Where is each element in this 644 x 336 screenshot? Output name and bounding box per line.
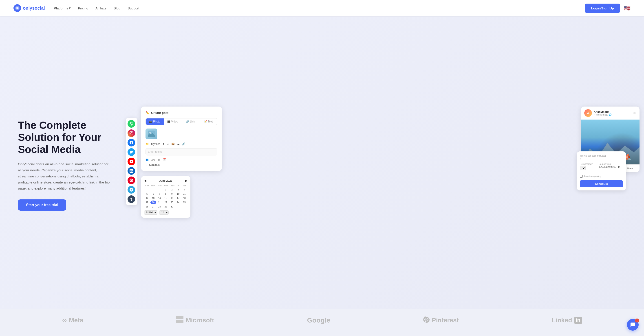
cal-day-25[interactable]: 25 bbox=[182, 201, 187, 204]
interval-label: Interval per post (minutes) bbox=[580, 155, 623, 157]
calendar-header: ◀ June 2022 ▶ bbox=[144, 179, 187, 182]
hour-select[interactable]: 02 PM bbox=[144, 210, 158, 215]
brand-google: Google bbox=[307, 317, 330, 324]
sidebar-pinterest[interactable] bbox=[128, 177, 135, 184]
meta-icon: ∞ bbox=[62, 317, 67, 324]
cal-day-15[interactable]: 15 bbox=[163, 196, 169, 200]
nav-link-pricing[interactable]: Pricing bbox=[78, 6, 88, 10]
cal-day-27[interactable]: 27 bbox=[150, 205, 156, 209]
cal-day-30[interactable]: 30 bbox=[169, 205, 175, 209]
upload-icon[interactable]: ⬆ bbox=[162, 142, 165, 146]
sidebar-youtube[interactable] bbox=[128, 158, 135, 165]
interval-value: 5 bbox=[580, 157, 623, 161]
sidebar-telegram[interactable] bbox=[128, 186, 135, 194]
brand-pinterest: Pinterest bbox=[423, 317, 459, 324]
next-month-icon[interactable]: ▶ bbox=[185, 179, 187, 182]
brand-meta: ∞ Meta bbox=[62, 317, 83, 324]
day-sun: Sun bbox=[144, 184, 150, 187]
cal-day-24[interactable]: 24 bbox=[175, 201, 181, 204]
hero-mockup: ✏️ Create post 📷 Photo 🎬 Video 🔗 Link 📝 … bbox=[126, 106, 626, 223]
cal-day-9[interactable]: 9 bbox=[169, 192, 175, 196]
gdrive-icon[interactable]: ☁ bbox=[177, 142, 180, 146]
cal-day-4[interactable]: 4 bbox=[182, 188, 187, 192]
cal-day-11[interactable]: 11 bbox=[182, 192, 187, 196]
sidebar-facebook[interactable] bbox=[128, 139, 135, 146]
cal-day-12[interactable]: 12 bbox=[144, 196, 150, 200]
cal-day-8[interactable]: 8 bbox=[163, 192, 169, 196]
sidebar-linkedin[interactable] bbox=[128, 167, 135, 175]
edit-icon: ✏️ bbox=[146, 111, 149, 115]
calendar-icon-small: 📅 bbox=[163, 158, 166, 161]
language-flag[interactable]: 🇺🇸 bbox=[624, 5, 630, 11]
tab-video[interactable]: 🎬 Video bbox=[164, 118, 182, 125]
chat-badge: 1 bbox=[635, 319, 639, 323]
cal-day-21[interactable]: 21 bbox=[156, 201, 162, 204]
stats-row: 👥 279 ▦ 📅 bbox=[146, 158, 217, 161]
more-options-icon[interactable]: ••• bbox=[632, 111, 636, 115]
svg-rect-8 bbox=[180, 320, 184, 323]
cal-day-17[interactable]: 17 bbox=[175, 196, 181, 200]
trial-button[interactable]: Start your free trial bbox=[18, 199, 66, 211]
link-icon2[interactable]: 🔗 bbox=[182, 142, 185, 146]
brand-microsoft-label: Microsoft bbox=[186, 317, 214, 324]
sidebar-twitter[interactable] bbox=[128, 148, 135, 156]
cal-day-16[interactable]: 16 bbox=[169, 196, 175, 200]
cal-day-13[interactable]: 13 bbox=[150, 196, 156, 200]
cal-day-18[interactable]: 18 bbox=[182, 196, 187, 200]
cloud-icon[interactable]: △ bbox=[167, 142, 169, 146]
repost-day-select[interactable] bbox=[580, 166, 586, 170]
dropbox-icon[interactable]: 📦 bbox=[171, 142, 175, 146]
calendar-card: ◀ June 2022 ▶ Sun Mon Tues Wed Thurs Fri… bbox=[141, 176, 190, 218]
tab-photo[interactable]: 📷 Photo bbox=[146, 118, 164, 125]
cal-day-20-today[interactable]: 20 bbox=[150, 201, 156, 204]
nav-link-blog[interactable]: Blog bbox=[114, 6, 120, 10]
calendar-grid: Sun Mon Tues Wed Thurs Fri Sat 1 2 3 4 5… bbox=[144, 184, 187, 209]
cal-day-3[interactable]: 3 bbox=[175, 188, 181, 192]
repost-until-value: 30/09/2022 02:12 PM bbox=[599, 166, 623, 168]
link-icon: 🔗 bbox=[186, 120, 189, 123]
cal-day-23[interactable]: 23 bbox=[169, 201, 175, 204]
cal-day-22[interactable]: 22 bbox=[163, 201, 169, 204]
text-input[interactable]: Enter a text bbox=[146, 148, 217, 155]
user-avatar: A bbox=[584, 109, 592, 117]
nav-link-platforms[interactable]: Platforms ▾ bbox=[54, 6, 71, 10]
brand-microsoft: Microsoft bbox=[176, 316, 214, 325]
cal-day-7[interactable]: 7 bbox=[156, 192, 162, 196]
tab-link[interactable]: 🔗 Link bbox=[182, 118, 200, 125]
cal-day-28[interactable]: 28 bbox=[156, 205, 162, 209]
nav-link-support[interactable]: Support bbox=[128, 6, 140, 10]
cal-day-5[interactable]: 5 bbox=[144, 192, 150, 196]
users-icon: 👥 bbox=[146, 158, 149, 161]
sidebar-whatsapp[interactable] bbox=[128, 120, 135, 128]
brand-google-label: Google bbox=[307, 317, 330, 324]
day-wed: Wed bbox=[163, 184, 169, 187]
tab-text[interactable]: 📝 Text bbox=[200, 118, 217, 125]
disable-repost-checkbox[interactable] bbox=[580, 175, 583, 178]
cal-day-6[interactable]: 6 bbox=[150, 192, 156, 196]
minute-select[interactable]: 12 bbox=[159, 210, 169, 215]
hero-section: The Complete Solution for Your Social Me… bbox=[0, 16, 644, 309]
cal-empty bbox=[150, 188, 156, 192]
cal-day-1[interactable]: 1 bbox=[163, 188, 169, 192]
prev-month-icon[interactable]: ◀ bbox=[144, 179, 146, 182]
cal-day-19[interactable]: 19 bbox=[144, 201, 150, 204]
folder-icon: 📁 bbox=[146, 142, 149, 146]
schedule-button[interactable]: Schedule bbox=[580, 180, 623, 187]
video-icon: 🎬 bbox=[167, 120, 170, 123]
nav-link-affiliate[interactable]: Affiliate bbox=[96, 6, 106, 10]
sidebar-instagram[interactable] bbox=[128, 129, 135, 137]
login-signup-button[interactable]: Login/Sign Up bbox=[585, 3, 620, 13]
cal-day-29[interactable]: 29 bbox=[163, 205, 169, 209]
cal-day-10[interactable]: 10 bbox=[175, 192, 181, 196]
files-row: 📁 My files ⬆ △ 📦 ☁ 🔗 bbox=[146, 142, 217, 146]
brand-linkedin-label: Linked bbox=[552, 317, 572, 324]
photo-icon: 📷 bbox=[149, 120, 152, 123]
sidebar-tumblr[interactable] bbox=[128, 195, 135, 203]
cal-day-26[interactable]: 26 bbox=[144, 205, 150, 209]
chevron-down-icon: ▾ bbox=[69, 6, 71, 10]
calendar-time: 02 PM 12 bbox=[144, 210, 187, 215]
cal-day-14[interactable]: 14 bbox=[156, 196, 162, 200]
cal-day-2[interactable]: 2 bbox=[169, 188, 175, 192]
logo[interactable]: onlysocial bbox=[14, 4, 45, 12]
chat-bubble[interactable]: 1 bbox=[627, 319, 638, 331]
